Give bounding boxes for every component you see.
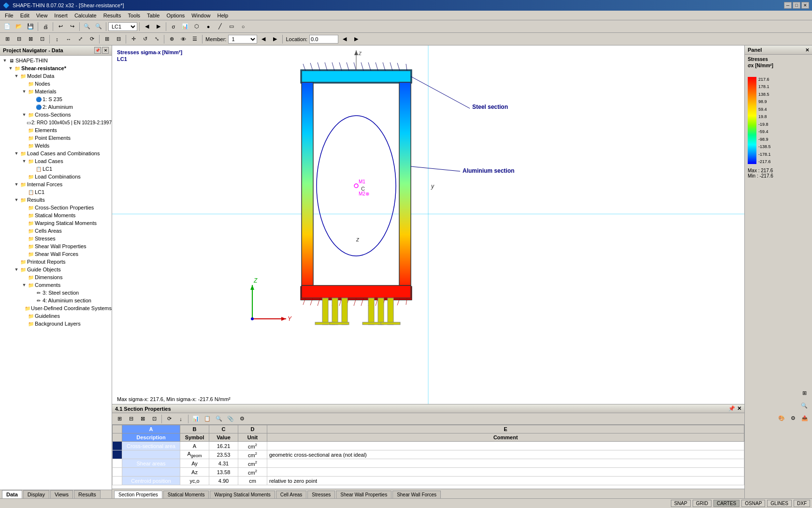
panel-icon1[interactable]: ⊞ <box>798 387 810 399</box>
tree-lc1[interactable]: 📋 LC1 <box>0 165 112 173</box>
member-selector[interactable]: 1 <box>228 35 257 44</box>
ttab-shear-wall-forces[interactable]: Shear Wall Forces <box>392 491 441 498</box>
tree-nodes[interactable]: 📁 Nodes <box>0 80 112 88</box>
zoom-in-btn[interactable]: 🔍 <box>82 21 92 32</box>
menu-tools[interactable]: Tools <box>125 12 143 19</box>
zoom-out-btn[interactable]: 🔍 <box>93 21 104 32</box>
st-btn9[interactable]: 🔍 <box>214 414 224 424</box>
tree-rro[interactable]: ▭ 2: RRO 100x40x5 | EN 10219-2:1997 <box>0 119 112 126</box>
tb2-btn1[interactable]: ⊞ <box>2 34 13 45</box>
tb2-btn5[interactable]: ↕ <box>52 34 62 45</box>
move-btn[interactable]: ✛ <box>128 34 139 45</box>
st-btn2[interactable]: ⊟ <box>126 414 136 424</box>
lc-expand[interactable]: ▼ <box>21 158 27 164</box>
ttab-cell-areas[interactable]: Cell Areas <box>276 491 307 498</box>
menu-help[interactable]: Help <box>214 12 231 19</box>
menu-options[interactable]: Options <box>163 12 188 19</box>
title-controls[interactable]: ─ □ ✕ <box>784 2 809 9</box>
rect-btn[interactable]: ▭ <box>226 21 237 32</box>
menu-edit[interactable]: Edit <box>17 12 32 19</box>
model-data-expand[interactable]: ▼ <box>14 73 19 79</box>
tb2-btn7[interactable]: ⤢ <box>75 34 86 45</box>
panel-export-btn[interactable]: 📤 <box>799 413 810 423</box>
tree-project[interactable]: ▼ 📁 Shear-resistance* <box>0 64 112 72</box>
tab-display[interactable]: Display <box>23 490 49 498</box>
prev-member-btn[interactable]: ◀ <box>258 34 269 45</box>
save-btn[interactable]: 💾 <box>25 21 36 32</box>
lc-root-expand[interactable]: ▼ <box>14 150 19 156</box>
tb2-btn2[interactable]: ⊟ <box>14 34 24 45</box>
prev-btn[interactable]: ◀ <box>142 21 152 32</box>
root-expand-icon[interactable]: ▼ <box>2 58 8 63</box>
print-btn[interactable]: 🖨 <box>40 21 51 32</box>
st-btn1[interactable]: ⊞ <box>114 414 125 424</box>
snap-btn[interactable]: SNAP <box>671 500 691 507</box>
table-row[interactable]: Centroid position yc,o 4.90 cm relative … <box>113 477 744 485</box>
panel-color-btn[interactable]: 🎨 <box>776 413 787 423</box>
menu-file[interactable]: File <box>2 12 16 19</box>
panel-close-btn[interactable]: ✕ <box>805 47 809 53</box>
close-btn[interactable]: ✕ <box>801 2 809 9</box>
ttab-warping[interactable]: Warping Statical Moments <box>210 491 275 498</box>
tree-elements[interactable]: 📁 Elements <box>0 126 112 134</box>
view-btn[interactable]: 👁 <box>178 34 188 45</box>
st-btn4[interactable]: ⊡ <box>149 414 160 424</box>
tree-cells-areas[interactable]: 📁 Cells Areas <box>0 227 112 235</box>
table-row[interactable]: Ageom 23.53 cm2 geometric cross-sectiona… <box>113 450 744 459</box>
menu-insert[interactable]: Insert <box>51 12 71 19</box>
tb2-btn8[interactable]: ⟳ <box>87 34 97 45</box>
section-pin-btn[interactable]: 📌 <box>728 405 735 412</box>
line-btn[interactable]: ╱ <box>215 21 225 32</box>
tb2-btn6[interactable]: ↔ <box>63 34 74 45</box>
tree-s235[interactable]: 🔵 1: S 235 <box>0 95 112 103</box>
panel-settings-btn[interactable]: ⚙ <box>788 413 798 423</box>
new-btn[interactable]: 📄 <box>2 21 13 32</box>
results-expand[interactable]: ▼ <box>14 197 19 203</box>
st-btn11[interactable]: ⚙ <box>237 414 247 424</box>
comm-expand[interactable]: ▼ <box>21 282 27 288</box>
select-btn[interactable]: ⬡ <box>191 21 202 32</box>
tree-stresses[interactable]: 📁 Stresses <box>0 235 112 242</box>
tree-dimensions[interactable]: 📁 Dimensions <box>0 273 112 281</box>
tab-data[interactable]: Data <box>2 490 22 498</box>
tree-udcs[interactable]: 📁 User-Defined Coordinate Systems <box>0 304 112 312</box>
tree-shear-wall-forces[interactable]: 📁 Shear Wall Forces <box>0 250 112 258</box>
viewport[interactable]: M1 M2⊗ C y z z Y Z <box>112 45 744 404</box>
tree-load-cases[interactable]: ▼ 📁 Load Cases <box>0 157 112 165</box>
layer-btn[interactable]: ☰ <box>189 34 200 45</box>
go-expand[interactable]: ▼ <box>14 267 19 272</box>
stress-btn[interactable]: σ <box>168 21 179 32</box>
tree-load-cases-root[interactable]: ▼ 📁 Load Cases and Combinations <box>0 149 112 157</box>
tree-steel-section[interactable]: ✏ 3: Steel section <box>0 289 112 297</box>
tree-warping[interactable]: 📁 Warping Statical Moments <box>0 219 112 227</box>
materials-expand[interactable]: ▼ <box>21 89 27 94</box>
undo-btn[interactable]: ↩ <box>55 21 66 32</box>
tree-printout[interactable]: 📁 Printout Reports <box>0 258 112 266</box>
menu-table[interactable]: Table <box>144 12 162 19</box>
panel-zoom-btn[interactable]: 🔍 <box>798 400 810 411</box>
circle-btn[interactable]: ○ <box>238 21 248 32</box>
tree-guidelines[interactable]: 📁 Guidelines <box>0 312 112 320</box>
next-btn[interactable]: ▶ <box>153 21 164 32</box>
nodes-expand[interactable] <box>21 81 27 87</box>
location-input[interactable] <box>309 35 338 44</box>
st-btn6[interactable]: ↓ <box>175 414 186 424</box>
tree-load-combinations[interactable]: 📁 Load Combinations <box>0 173 112 180</box>
nav-pin-btn[interactable]: 📌 <box>94 47 101 54</box>
project-expand-icon[interactable]: ▼ <box>8 65 14 71</box>
ttab-stresses[interactable]: Stresses <box>307 491 335 498</box>
tree-stat-moments[interactable]: 📁 Statical Moments <box>0 211 112 219</box>
maximize-btn[interactable]: □ <box>793 2 800 9</box>
st-btn7[interactable]: 📊 <box>190 414 201 424</box>
minimize-btn[interactable]: ─ <box>784 2 792 9</box>
ttab-shear-wall-props[interactable]: Shear Wall Properties <box>336 491 392 498</box>
prev-location-btn[interactable]: ◀ <box>339 34 350 45</box>
tree-results[interactable]: ▼ 📁 Results <box>0 196 112 204</box>
osnap-btn[interactable]: OSNAP <box>741 500 765 507</box>
glines-btn[interactable]: GLINES <box>767 500 792 507</box>
st-btn8[interactable]: 📋 <box>202 414 213 424</box>
tree-root[interactable]: ▼ 🖥 SHAPE-THIN <box>0 57 112 64</box>
tree-bg-layers[interactable]: 📁 Background Layers <box>0 320 112 328</box>
next-location-btn[interactable]: ▶ <box>351 34 362 45</box>
nav-controls[interactable]: 📌 ✕ <box>94 47 109 54</box>
